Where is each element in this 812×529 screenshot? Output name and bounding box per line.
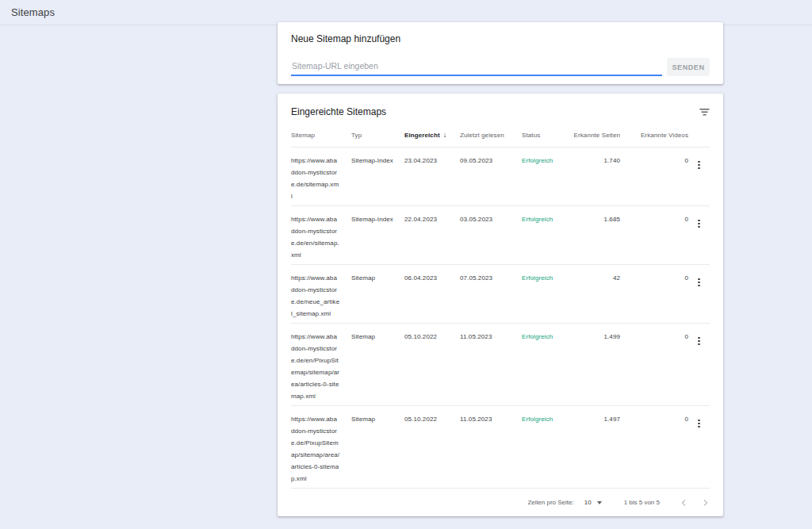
dropdown-arrow-icon: [597, 501, 602, 504]
col-header-typ[interactable]: Typ: [351, 125, 404, 148]
cell-zuletzt-gelesen: 03.05.2023: [460, 206, 522, 265]
sitemap-url-link[interactable]: https://www.abaddon-mysticstore.de/sitem…: [291, 155, 340, 202]
status-badge: Erfolgreich: [522, 406, 563, 489]
cell-erkannte-videos: 0: [620, 324, 688, 406]
cell-erkannte-videos: 0: [620, 148, 688, 206]
submitted-sitemaps-title: Eingereichte Sitemaps: [291, 106, 386, 117]
row-menu-button[interactable]: [693, 218, 704, 229]
add-sitemap-card: Neue Sitemap hinzufügen SENDEN: [278, 22, 723, 84]
table-row[interactable]: https://www.abaddon-mysticstore.de/sitem…: [291, 148, 710, 206]
add-sitemap-row: SENDEN: [291, 58, 710, 76]
cell-erkannte-videos: 0: [620, 265, 688, 324]
sitemaps-table-body: https://www.abaddon-mysticstore.de/sitem…: [291, 148, 710, 489]
col-header-zuletzt-gelesen[interactable]: Zuletzt gelesen: [460, 125, 522, 148]
rows-per-page-select[interactable]: 10: [584, 499, 602, 506]
col-header-erkannte-videos[interactable]: Erkannte Videos: [620, 125, 688, 148]
cell-erkannte-videos: 0: [620, 206, 688, 265]
cell-erkannte-seiten: 1.740: [563, 148, 620, 206]
rows-per-page-value: 10: [584, 499, 592, 506]
cell-typ: Sitemap: [351, 265, 404, 324]
sort-desc-icon: ↓: [443, 131, 447, 139]
table-row[interactable]: https://www.abaddon-mysticstore.de/en/si…: [291, 206, 710, 265]
cell-eingereicht: 06.04.2023: [404, 265, 460, 324]
cell-eingereicht: 05.10.2022: [404, 406, 460, 489]
table-row[interactable]: https://www.abaddon-mysticstore.de/Pixup…: [291, 406, 710, 489]
cell-zuletzt-gelesen: 11.05.2023: [460, 324, 522, 406]
cell-eingereicht: 22.04.2023: [404, 206, 460, 265]
sitemap-url-input[interactable]: [291, 61, 662, 76]
filter-icon[interactable]: [699, 108, 710, 117]
cell-zuletzt-gelesen: 07.05.2023: [460, 265, 522, 324]
chevron-left-icon[interactable]: [680, 499, 688, 507]
cell-erkannte-seiten: 1.499: [563, 324, 620, 406]
status-badge: Erfolgreich: [522, 206, 563, 265]
table-header-row: Sitemap Typ Eingereicht↓ Zuletzt gelesen…: [291, 125, 710, 148]
row-menu-button[interactable]: [693, 159, 704, 171]
cell-typ: Sitemap: [351, 406, 404, 489]
col-header-menu: [688, 125, 710, 148]
col-header-eingereicht[interactable]: Eingereicht↓: [404, 125, 460, 148]
cell-eingereicht: 05.10.2022: [404, 324, 460, 406]
sitemaps-table: Sitemap Typ Eingereicht↓ Zuletzt gelesen…: [291, 125, 710, 489]
col-header-status[interactable]: Status: [522, 125, 563, 148]
status-badge: Erfolgreich: [522, 148, 563, 206]
sitemap-url-link[interactable]: https://www.abaddon-mysticstore.de/en/Pi…: [291, 331, 340, 402]
table-row[interactable]: https://www.abaddon-mysticstore.de/en/Pi…: [291, 324, 710, 406]
add-sitemap-card-title: Neue Sitemap hinzufügen: [291, 33, 710, 44]
senden-button[interactable]: SENDEN: [667, 58, 710, 76]
page-title: Sitemaps: [11, 6, 55, 18]
cell-zuletzt-gelesen: 11.05.2023: [460, 406, 522, 489]
cell-erkannte-videos: 0: [620, 406, 688, 489]
cell-zuletzt-gelesen: 09.05.2023: [460, 148, 522, 206]
sitemap-url-link[interactable]: https://www.abaddon-mysticstore.de/Pixup…: [291, 413, 340, 485]
pagination-range-label: 1 bis 5 von 5: [624, 499, 660, 506]
col-header-eingereicht-label: Eingereicht: [404, 132, 440, 139]
row-menu-button[interactable]: [693, 335, 704, 347]
status-badge: Erfolgreich: [522, 324, 563, 406]
cell-erkannte-seiten: 1.497: [563, 406, 620, 489]
submitted-sitemaps-card: Eingereichte Sitemaps Sitemap Typ Einger…: [278, 94, 723, 516]
cell-erkannte-seiten: 42: [563, 265, 620, 324]
chevron-right-icon[interactable]: [702, 499, 709, 507]
status-badge: Erfolgreich: [522, 265, 563, 324]
row-menu-button[interactable]: [693, 418, 704, 429]
table-row[interactable]: https://www.abaddon-mysticstore.de/neue_…: [291, 265, 710, 324]
cell-eingereicht: 23.04.2023: [404, 148, 460, 206]
col-header-erkannte-seiten[interactable]: Erkannte Seiten: [563, 125, 620, 148]
sitemap-url-link[interactable]: https://www.abaddon-mysticstore.de/en/si…: [291, 213, 340, 261]
cell-erkannte-seiten: 1.685: [563, 206, 620, 265]
cell-typ: Sitemap: [351, 324, 404, 406]
pagination-bar: Zeilen pro Seite: 10 1 bis 5 von 5: [278, 489, 723, 516]
row-menu-button[interactable]: [693, 277, 704, 288]
rows-per-page-label: Zeilen pro Seite:: [527, 499, 573, 506]
col-header-sitemap[interactable]: Sitemap: [291, 125, 351, 148]
sitemap-url-link[interactable]: https://www.abaddon-mysticstore.de/neue_…: [291, 272, 340, 320]
cell-typ: Sitemap-Index: [351, 148, 404, 206]
cell-typ: Sitemap-Index: [351, 206, 404, 265]
